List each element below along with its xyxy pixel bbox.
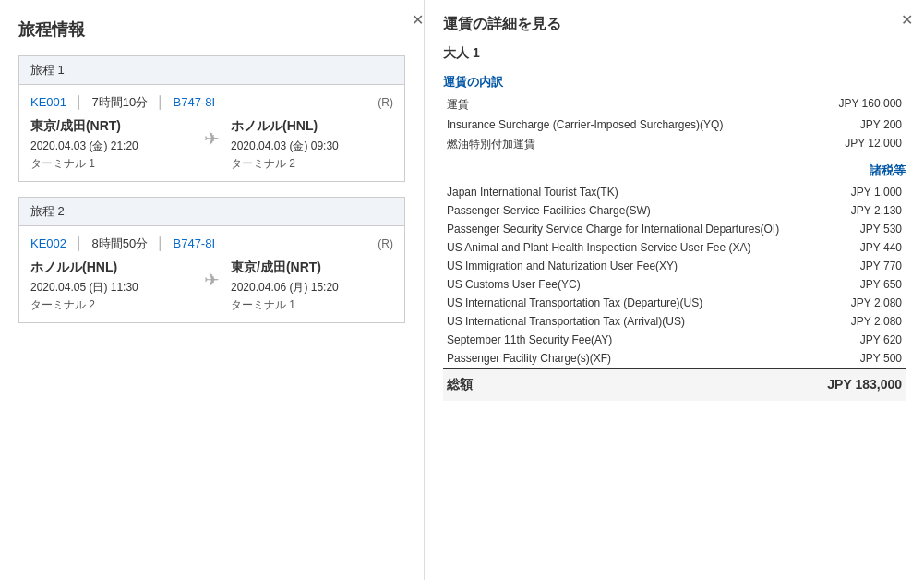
- sep-2: │: [157, 95, 164, 109]
- from-airport-2: ホノルル(HNL) 2020.04.05 (日) 11:30 ターミナル 2: [30, 260, 193, 313]
- tax-item-amount: JPY 770: [815, 257, 906, 275]
- tax-item-amount: JPY 2,080: [815, 294, 906, 312]
- plane-icon-1: ✈: [204, 127, 220, 150]
- itinerary-1: 旅程 1 KE001 │ 7時間10分 │ B747-8I (R) 東京/成田(…: [18, 55, 405, 182]
- aircraft-1[interactable]: B747-8I: [174, 95, 216, 109]
- passenger-label: 大人 1: [443, 45, 906, 66]
- flight-number-2[interactable]: KE002: [30, 236, 66, 250]
- tax-item-amount: JPY 1,000: [815, 183, 906, 201]
- tax-item-row: Passenger Security Service Charge for In…: [443, 220, 906, 238]
- itinerary-1-flight: KE001 │ 7時間10分 │ B747-8I (R) 東京/成田(NRT) …: [19, 85, 404, 181]
- tax-item-amount: JPY 2,080: [815, 312, 906, 331]
- flight-number-1[interactable]: KE001: [30, 95, 66, 109]
- tax-section-label: 諸税等: [443, 163, 906, 179]
- tax-item-label: US Customs User Fee(YC): [443, 275, 815, 294]
- close-button-right[interactable]: ✕: [901, 11, 913, 29]
- tax-item-label: US International Transportation Tax (Dep…: [443, 294, 815, 312]
- tax-item-amount: JPY 530: [815, 220, 906, 238]
- flight-badge-1: (R): [378, 96, 393, 109]
- tax-item-label: US Animal and Plant Health Inspection Se…: [443, 238, 815, 257]
- to-date-1: 2020.04.03 (金) 09:30: [231, 139, 393, 154]
- fare-item-row: 運賃JPY 160,000: [443, 94, 906, 115]
- tax-item-row: US International Transportation Tax (Arr…: [443, 312, 906, 331]
- tax-item-row: September 11th Security Fee(AY)JPY 620: [443, 331, 906, 349]
- tax-item-label: US Immigration and Naturization User Fee…: [443, 257, 815, 275]
- tax-item-row: US Immigration and Naturization User Fee…: [443, 257, 906, 275]
- tax-item-amount: JPY 2,130: [815, 201, 906, 220]
- page-title: 旅程情報: [18, 18, 405, 41]
- to-airport-2: 東京/成田(NRT) 2020.04.06 (月) 15:20 ターミナル 1: [231, 260, 393, 313]
- aircraft-2[interactable]: B747-8I: [174, 236, 216, 250]
- tax-item-row: US International Transportation Tax (Dep…: [443, 294, 906, 312]
- to-name-2: 東京/成田(NRT): [231, 260, 393, 276]
- from-date-1: 2020.04.03 (金) 21:20: [30, 139, 193, 154]
- fare-item-row: 燃油特別付加運賃JPY 12,000: [443, 134, 906, 155]
- tax-item-label: Passenger Service Facilities Charge(SW): [443, 201, 815, 220]
- itinerary-2-flight: KE002 │ 8時間50分 │ B747-8I (R) ホノルル(HNL) 2…: [19, 226, 404, 322]
- total-label: 総額: [443, 369, 815, 401]
- close-button-left[interactable]: ✕: [412, 11, 424, 29]
- flight-badge-2: (R): [378, 237, 393, 250]
- tax-item-label: Passenger Facility Charge(s)(XF): [443, 349, 815, 369]
- plane-icon-2: ✈: [204, 269, 220, 291]
- itinerary-1-header: 旅程 1: [19, 56, 404, 85]
- fare-item-amount: JPY 12,000: [815, 134, 906, 155]
- total-amount: JPY 183,000: [815, 369, 906, 401]
- from-terminal-2: ターミナル 2: [30, 297, 193, 313]
- tax-item-label: September 11th Security Fee(AY): [443, 331, 815, 349]
- tax-item-amount: JPY 650: [815, 275, 906, 294]
- from-name-1: 東京/成田(NRT): [30, 118, 193, 135]
- flight-duration-1: 7時間10分: [91, 95, 148, 109]
- from-airport-1: 東京/成田(NRT) 2020.04.03 (金) 21:20 ターミナル 1: [30, 118, 193, 172]
- tax-item-row: Passenger Service Facilities Charge(SW)J…: [443, 201, 906, 220]
- tax-item-row: Passenger Facility Charge(s)(XF)JPY 500: [443, 349, 906, 369]
- tax-item-label: Japan International Tourist Tax(TK): [443, 183, 815, 201]
- tax-item-amount: JPY 500: [815, 349, 906, 369]
- fare-table: 運賃JPY 160,000Insurance Surcharge (Carrie…: [443, 94, 906, 401]
- fare-item-amount: JPY 160,000: [815, 94, 906, 115]
- right-panel-title: 運賃の詳細を見る: [443, 15, 906, 34]
- itinerary-2: 旅程 2 KE002 │ 8時間50分 │ B747-8I (R) ホノルル(H…: [18, 197, 405, 323]
- tax-item-label: US International Transportation Tax (Arr…: [443, 312, 815, 331]
- itinerary-2-header: 旅程 2: [19, 198, 404, 226]
- left-panel: 旅程情報 旅程 1 KE001 │ 7時間10分 │ B747-8I (R) 東…: [0, 0, 425, 580]
- from-date-2: 2020.04.05 (日) 11:30: [30, 280, 193, 296]
- tax-item-row: US Customs User Fee(YC)JPY 650: [443, 275, 906, 294]
- to-date-2: 2020.04.06 (月) 15:20: [231, 280, 393, 296]
- to-airport-1: ホノルル(HNL) 2020.04.03 (金) 09:30 ターミナル 2: [231, 118, 393, 172]
- fare-item-label: 燃油特別付加運賃: [443, 134, 815, 155]
- to-terminal-1: ターミナル 2: [231, 156, 393, 172]
- to-terminal-2: ターミナル 1: [231, 297, 393, 313]
- fare-item-label: Insurance Surcharge (Carrier-Imposed Sur…: [443, 115, 815, 134]
- to-name-1: ホノルル(HNL): [231, 118, 393, 135]
- tax-item-label: Passenger Security Service Charge for In…: [443, 220, 815, 238]
- sep-4: │: [157, 236, 164, 250]
- right-panel: ✕ ✕ 運賃の詳細を見る 大人 1 運賃の内訳 運賃JPY 160,000Ins…: [425, 0, 924, 580]
- fare-section-label: 運賃の内訳: [443, 74, 906, 91]
- fare-item-amount: JPY 200: [815, 115, 906, 134]
- from-terminal-1: ターミナル 1: [30, 156, 193, 172]
- fare-item-row: Insurance Surcharge (Carrier-Imposed Sur…: [443, 115, 906, 134]
- from-name-2: ホノルル(HNL): [30, 260, 193, 276]
- sep-3: │: [76, 236, 83, 250]
- tax-item-row: US Animal and Plant Health Inspection Se…: [443, 238, 906, 257]
- flight-duration-2: 8時間50分: [91, 236, 148, 250]
- sep-1: │: [76, 95, 83, 109]
- tax-item-row: Japan International Tourist Tax(TK)JPY 1…: [443, 183, 906, 201]
- fare-item-label: 運賃: [443, 94, 815, 115]
- tax-item-amount: JPY 440: [815, 238, 906, 257]
- tax-item-amount: JPY 620: [815, 331, 906, 349]
